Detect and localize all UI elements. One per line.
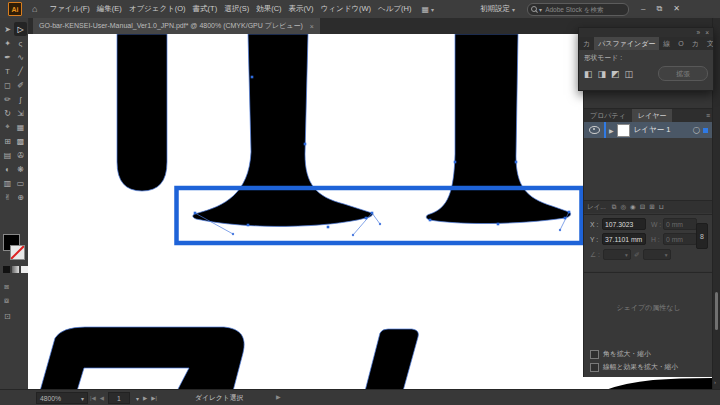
tab-character[interactable]: 文	[703, 37, 713, 50]
scrollbar-arrow-icon[interactable]: ›	[714, 379, 716, 385]
w-value-field[interactable]: 0 mm	[663, 218, 697, 230]
free-transform-tool[interactable]: ▦	[14, 120, 27, 134]
scale-tool[interactable]: ⇲	[14, 106, 27, 120]
search-input[interactable]	[542, 6, 625, 13]
expand-button[interactable]: 拡張	[658, 66, 708, 81]
status-overflow-icon[interactable]: ▶	[276, 393, 281, 400]
gradient-tool[interactable]: ▤	[1, 148, 14, 162]
selection-tool[interactable]: ➤	[1, 22, 14, 36]
menu-file[interactable]: ファイル(F)	[49, 4, 89, 14]
y-value-field[interactable]: 37.1101 mm	[602, 233, 646, 245]
rotate-tool[interactable]: ↻	[1, 106, 14, 120]
delete-layer-icon[interactable]: ⊔	[659, 203, 664, 211]
active-tool-indicator[interactable]: ダイレクト選択	[195, 393, 243, 403]
minus-front-button-icon[interactable]: ◨	[598, 69, 607, 79]
collect-for-export-icon[interactable]: ⧉	[612, 203, 617, 211]
visibility-eye-icon[interactable]	[589, 126, 600, 134]
next-artboard-icon[interactable]: ▶	[143, 395, 147, 401]
menu-select[interactable]: 選択(S)	[224, 4, 249, 14]
x-value-field[interactable]: 107.3023	[602, 218, 646, 230]
layer-thumbnail[interactable]	[617, 124, 630, 137]
home-icon[interactable]: ⌂	[32, 4, 37, 14]
tab-close-icon[interactable]: ×	[310, 23, 314, 30]
target-circle-icon[interactable]: ◯	[693, 126, 700, 134]
clipping-mask-icon[interactable]: ◉	[630, 203, 636, 211]
shaper-tool[interactable]: ʃ	[14, 92, 27, 106]
first-artboard-icon[interactable]: |◀	[90, 395, 96, 401]
type-tool[interactable]: T	[1, 64, 14, 78]
color-button[interactable]	[3, 266, 10, 273]
h-value-field[interactable]: 0 mm	[663, 233, 697, 245]
menu-view[interactable]: 表示(V)	[289, 4, 314, 14]
screen-mode-icon[interactable]: ⊡	[4, 312, 11, 321]
prev-artboard-icon[interactable]: ◀	[100, 395, 104, 401]
tab-color-guide[interactable]: カ	[688, 37, 703, 50]
tab-opacity[interactable]: O	[674, 37, 687, 50]
last-artboard-icon[interactable]: ▶|	[151, 395, 157, 401]
menu-type[interactable]: 書式(T)	[193, 4, 218, 14]
symbol-sprayer-tool[interactable]: ❋	[14, 162, 27, 176]
none-button[interactable]	[21, 266, 28, 273]
glyph-arch[interactable]	[40, 327, 244, 390]
selected-art-indicator[interactable]	[703, 128, 708, 133]
tab-layers[interactable]: レイヤー	[632, 109, 673, 122]
minimize-button[interactable]: –	[641, 4, 645, 14]
menu-help[interactable]: ヘルプ(H)	[378, 4, 411, 14]
stock-search-box[interactable]: ▾	[527, 3, 629, 16]
close-button[interactable]: ✕	[673, 4, 680, 14]
panel-close-icon[interactable]: ×	[705, 29, 709, 36]
intersect-button-icon[interactable]: ◩	[611, 69, 620, 79]
tab-stroke[interactable]: 線	[659, 37, 674, 50]
column-graph-tool[interactable]: ▥	[1, 176, 14, 190]
rotate-angle-select[interactable]: ▾	[603, 249, 631, 260]
curvature-tool[interactable]: ∿	[14, 50, 27, 64]
new-layer-icon[interactable]: ⊞	[649, 203, 654, 211]
scale-corners-checkbox[interactable]	[590, 350, 599, 359]
glyph-rounded-stem[interactable]	[117, 34, 167, 191]
line-segment-tool[interactable]: ╱	[14, 64, 27, 78]
menu-window[interactable]: ウィンドウ(W)	[321, 4, 371, 14]
pencil-tool[interactable]: ✏	[1, 92, 14, 106]
rectangle-tool[interactable]: ◻	[1, 78, 14, 92]
blend-tool[interactable]: ◐	[1, 162, 14, 176]
arrange-documents-icon[interactable]: ▦	[422, 5, 430, 14]
tab-color[interactable]: カ	[579, 37, 594, 50]
scrollbar-thumb[interactable]	[715, 292, 718, 330]
perspective-grid-tool[interactable]: ⊞	[1, 134, 14, 148]
artboard-number-field[interactable]: 1	[108, 392, 130, 404]
shear-angle-select[interactable]: ▾	[643, 249, 671, 260]
mesh-tool[interactable]: ▩	[14, 134, 27, 148]
tab-pathfinder[interactable]: パスファインダー	[594, 37, 659, 50]
draw-behind-icon[interactable]: ⧇	[4, 296, 9, 306]
panel-collapse-icon[interactable]: »	[697, 29, 701, 36]
magic-wand-tool[interactable]: ✦	[1, 36, 14, 50]
ai-logo[interactable]: Ai	[8, 2, 22, 16]
glyph-slant-stroke[interactable]	[365, 329, 418, 390]
draw-normal-icon[interactable]: ⧈	[4, 282, 9, 292]
artboard-caret-icon[interactable]: ▾	[136, 395, 139, 402]
document-tab[interactable]: GO-bar-KENSEI-User-Manual_Ver1.0_JPN.pdf…	[33, 18, 320, 34]
stroke-color-swatch[interactable]	[10, 245, 25, 260]
hand-tool[interactable]: ✌	[1, 190, 14, 204]
expand-arrow-icon[interactable]: ▶	[609, 127, 614, 134]
scale-strokes-checkbox[interactable]	[590, 363, 599, 372]
zoom-tool[interactable]: ⊕	[14, 190, 27, 204]
arrange-documents-caret-icon[interactable]: ▾	[431, 6, 434, 13]
gradient-button[interactable]	[12, 266, 19, 273]
width-tool[interactable]: ⌖	[1, 120, 14, 134]
new-sublayer-icon[interactable]: ⊟	[640, 203, 645, 211]
artboard-canvas[interactable]	[28, 34, 583, 390]
lasso-tool[interactable]: ς	[14, 36, 27, 50]
menu-edit[interactable]: 編集(E)	[97, 4, 122, 14]
layer-name[interactable]: レイヤー 1	[634, 125, 671, 135]
zoom-level-select[interactable]: 4800% ▾	[36, 392, 88, 404]
constrain-proportions-icon[interactable]: 8	[696, 223, 708, 249]
glyph-flared-stem-right[interactable]	[426, 34, 570, 224]
layer-row[interactable]: ▶ レイヤー 1 ◯	[584, 122, 713, 138]
tab-properties[interactable]: プロパティ	[584, 109, 632, 122]
workspace-switcher[interactable]: 初期設定 ▾	[480, 4, 515, 14]
glyph-flared-stem-left[interactable]	[193, 34, 373, 226]
artboard-tool[interactable]: ▭	[14, 176, 27, 190]
pen-tool[interactable]: ✒	[1, 50, 14, 64]
eyedropper-tool[interactable]: ✇	[14, 148, 27, 162]
